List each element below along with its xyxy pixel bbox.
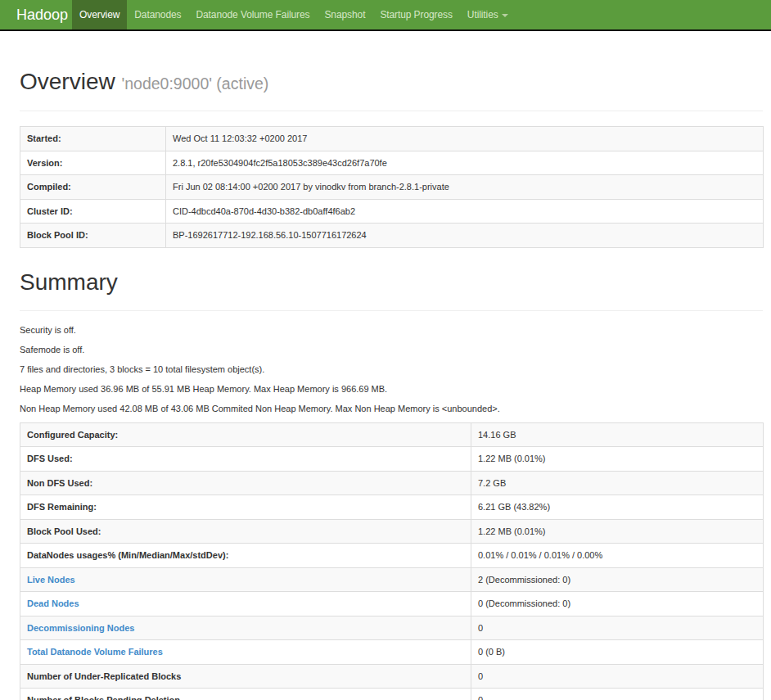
row-label: Configured Capacity: — [20, 422, 471, 447]
nav-link-utilities[interactable]: Utilities — [460, 0, 516, 29]
summary-paragraphs: Security is off.Safemode is off.7 files … — [20, 311, 763, 415]
overview-table: Started:Wed Oct 11 12:03:32 +0200 2017Ve… — [20, 126, 764, 248]
table-row: Dead Nodes0 (Decommissioned: 0) — [20, 592, 764, 616]
row-value: Wed Oct 11 12:03:32 +0200 2017 — [166, 127, 764, 151]
brand-hadoop[interactable]: Hadoop — [0, 0, 72, 29]
row-label: Compiled: — [20, 175, 166, 200]
row-value: 7.2 GB — [471, 471, 764, 495]
nav-link-datanode-volume-failures[interactable]: Datanode Volume Failures — [188, 0, 317, 29]
summary-line: Security is off. — [20, 324, 763, 336]
row-label: Number of Blocks Pending Deletion — [20, 689, 471, 700]
page-title-text: Overview — [20, 69, 115, 94]
table-row: Decommissioning Nodes0 — [20, 616, 764, 640]
nav-link-datanodes[interactable]: Datanodes — [127, 0, 188, 29]
row-value: CID-4dbcd40a-870d-4d30-b382-db0aff4f6ab2 — [166, 199, 764, 224]
summary-title: Summary — [20, 268, 763, 297]
table-row: DFS Remaining:6.21 GB (43.82%) — [20, 495, 764, 520]
nav-item-snapshot: Snapshot — [317, 0, 372, 29]
row-label: DFS Remaining: — [20, 495, 471, 520]
summary-line: Heap Memory used 36.96 MB of 55.91 MB He… — [20, 383, 763, 395]
table-row: Block Pool ID:BP-1692617712-192.168.56.1… — [20, 224, 764, 248]
row-label: Dead Nodes — [20, 592, 471, 616]
summary-header: Summary — [20, 248, 763, 311]
summary-line: Non Heap Memory used 42.08 MB of 43.06 M… — [20, 403, 763, 415]
row-label: Number of Under-Replicated Blocks — [20, 664, 471, 689]
row-label: Cluster ID: — [20, 199, 166, 224]
row-value: 0 — [471, 664, 764, 689]
nav-link-startup-progress[interactable]: Startup Progress — [372, 0, 459, 29]
nav-item-overview: Overview — [72, 0, 127, 29]
row-value: 0 — [471, 616, 764, 640]
row-value: 0 — [471, 689, 764, 700]
row-value: 0 (Decommissioned: 0) — [471, 592, 764, 616]
table-row: Live Nodes2 (Decommissioned: 0) — [20, 567, 764, 592]
table-row: Started:Wed Oct 11 12:03:32 +0200 2017 — [20, 127, 764, 151]
row-label: Non DFS Used: — [20, 471, 471, 495]
table-row: Version:2.8.1, r20fe5304904fc2f5a18053c3… — [20, 151, 764, 175]
table-row: Non DFS Used:7.2 GB — [20, 471, 764, 495]
navbar: Hadoop OverviewDatanodesDatanode Volume … — [0, 0, 771, 31]
row-label: Decommissioning Nodes — [20, 616, 471, 640]
nav-menu: OverviewDatanodesDatanode Volume Failure… — [72, 0, 516, 29]
table-row: Block Pool Used:1.22 MB (0.01%) — [20, 519, 764, 544]
nav-item-datanodes: Datanodes — [127, 0, 188, 29]
row-link-live-nodes[interactable]: Live Nodes — [27, 575, 75, 585]
row-value: 14.16 GB — [471, 422, 764, 447]
table-row: Cluster ID:CID-4dbcd40a-870d-4d30-b382-d… — [20, 199, 764, 224]
row-value: Fri Jun 02 08:14:00 +0200 2017 by vinodk… — [166, 175, 764, 200]
summary-table: Configured Capacity:14.16 GBDFS Used:1.2… — [20, 422, 764, 700]
row-link-dead-nodes[interactable]: Dead Nodes — [27, 598, 79, 608]
row-value: 0.01% / 0.01% / 0.01% / 0.00% — [471, 544, 764, 568]
row-link-decommissioning-nodes[interactable]: Decommissioning Nodes — [27, 623, 134, 633]
nav-item-utilities: Utilities — [460, 0, 516, 29]
page-subtitle: 'node0:9000' (active) — [121, 75, 268, 93]
row-value: 1.22 MB (0.01%) — [471, 447, 764, 472]
page-title: Overview 'node0:9000' (active) — [20, 67, 763, 98]
row-value: 0 (0 B) — [471, 640, 764, 665]
row-label: Started: — [20, 127, 166, 151]
nav-item-datanode-volume-failures: Datanode Volume Failures — [188, 0, 317, 29]
row-value: BP-1692617712-192.168.56.10-150771617262… — [166, 224, 764, 248]
table-row: Total Datanode Volume Failures0 (0 B) — [20, 640, 764, 665]
row-label: Live Nodes — [20, 567, 471, 592]
row-label: DataNodes usages% (Min/Median/Max/stdDev… — [20, 544, 471, 568]
table-row: DataNodes usages% (Min/Median/Max/stdDev… — [20, 544, 764, 568]
row-link-total-datanode-volume-failures[interactable]: Total Datanode Volume Failures — [27, 647, 163, 657]
summary-line: 7 files and directories, 3 blocks = 10 t… — [20, 364, 763, 376]
row-label: DFS Used: — [20, 447, 471, 472]
caret-down-icon — [502, 14, 508, 17]
row-label: Block Pool Used: — [20, 519, 471, 544]
nav-link-snapshot[interactable]: Snapshot — [317, 0, 372, 29]
nav-item-startup-progress: Startup Progress — [372, 0, 459, 29]
nav-link-overview[interactable]: Overview — [72, 0, 127, 29]
row-value: 6.21 GB (43.82%) — [471, 495, 764, 520]
row-label: Total Datanode Volume Failures — [20, 640, 471, 665]
row-label: Version: — [20, 151, 166, 175]
summary-line: Safemode is off. — [20, 344, 763, 356]
row-value: 1.22 MB (0.01%) — [471, 519, 764, 544]
table-row: DFS Used:1.22 MB (0.01%) — [20, 447, 764, 472]
table-row: Number of Blocks Pending Deletion0 — [20, 689, 764, 700]
table-row: Compiled:Fri Jun 02 08:14:00 +0200 2017 … — [20, 175, 764, 200]
table-row: Number of Under-Replicated Blocks0 — [20, 664, 764, 689]
main-content: Overview 'node0:9000' (active) Started:W… — [20, 31, 763, 700]
row-value: 2 (Decommissioned: 0) — [471, 567, 764, 592]
table-row: Configured Capacity:14.16 GB — [20, 422, 764, 447]
overview-header: Overview 'node0:9000' (active) — [20, 31, 763, 111]
row-label: Block Pool ID: — [20, 224, 166, 248]
row-value: 2.8.1, r20fe5304904fc2f5a18053c389e43cd2… — [166, 151, 764, 175]
